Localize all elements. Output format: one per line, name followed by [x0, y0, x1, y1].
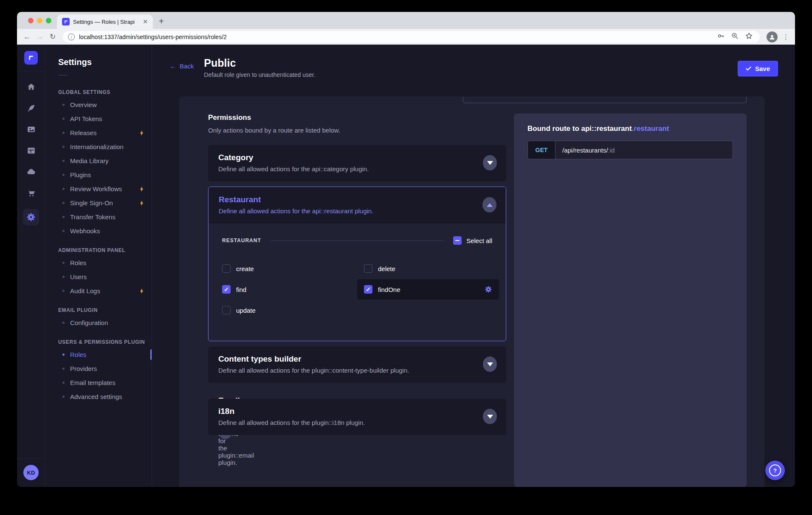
help-button[interactable]: ?: [765, 461, 785, 480]
create-checkbox[interactable]: [222, 264, 231, 273]
deploy-cloud-icon[interactable]: [26, 167, 36, 177]
settings-sidebar: Settings GLOBAL SETTINGSOverviewAPI Toke…: [45, 45, 152, 487]
password-key-icon[interactable]: [717, 32, 725, 42]
route-method-badge: GET: [528, 141, 555, 159]
accordion-email: EmailDefine all allowed actions for the …: [208, 388, 214, 393]
permission-row-delete[interactable]: delete: [357, 258, 499, 279]
bullet-icon: [62, 174, 65, 176]
bullet-icon: [62, 382, 65, 384]
sidebar-item-advanced-settings[interactable]: Advanced settings: [45, 390, 152, 404]
permission-row-find[interactable]: ✓find: [215, 279, 357, 300]
expand-chevron-button[interactable]: [483, 409, 497, 424]
permission-label: find: [236, 286, 246, 293]
sidebar-item-single-sign-on[interactable]: Single Sign-On: [45, 196, 152, 210]
save-button[interactable]: Save: [738, 61, 778, 76]
browser-profile-avatar[interactable]: [767, 31, 778, 42]
update-checkbox[interactable]: [222, 306, 231, 314]
browser-menu-icon[interactable]: ⋮: [783, 33, 789, 41]
accordion-header-content-types-builder[interactable]: Content types builderDefine all allowed …: [208, 346, 506, 383]
content-scroll-area[interactable]: Permissions Only actions bound by a rout…: [152, 96, 795, 487]
expand-chevron-button[interactable]: [483, 155, 497, 170]
new-tab-button[interactable]: +: [159, 17, 164, 26]
sidebar-item-roles[interactable]: Roles: [45, 348, 152, 362]
nav-item-label: Single Sign-On: [70, 199, 113, 207]
route-path: /api/restaurants/:id: [555, 141, 621, 159]
sidebar-item-plugins[interactable]: Plugins: [45, 168, 152, 182]
sidebar-item-releases[interactable]: Releases: [45, 126, 152, 140]
permission-label: findOne: [378, 286, 400, 293]
delete-checkbox[interactable]: [364, 264, 372, 273]
sidebar-item-transfer-tokens[interactable]: Transfer Tokens: [45, 210, 152, 224]
sidebar-item-users[interactable]: Users: [45, 270, 152, 284]
content-type-builder-icon[interactable]: [26, 145, 36, 156]
permission-row-create[interactable]: create: [215, 258, 357, 279]
accordion-subtitle: Define all allowed actions for the api::…: [219, 207, 373, 215]
accordion-title: i18n: [218, 407, 365, 416]
minimize-window-button[interactable]: [37, 18, 42, 23]
nav-item-label: Webhooks: [70, 227, 100, 235]
sidebar-item-internationalization[interactable]: Internationalization: [45, 140, 152, 154]
permission-row-update[interactable]: update: [215, 300, 357, 320]
close-window-button[interactable]: [28, 18, 34, 23]
strapi-logo[interactable]: [24, 51, 38, 65]
description-input-partial[interactable]: [463, 96, 747, 103]
permission-label: update: [236, 307, 256, 314]
back-nav-icon[interactable]: ←: [21, 31, 33, 43]
nav-item-label: Media Library: [70, 157, 109, 164]
user-avatar[interactable]: KD: [23, 465, 39, 480]
sidebar-item-configuration[interactable]: Configuration: [45, 316, 152, 330]
bullet-icon: [62, 132, 65, 134]
find-checkbox[interactable]: ✓: [222, 285, 231, 294]
home-icon[interactable]: [26, 82, 36, 92]
sidebar-item-email-templates[interactable]: Email templates: [45, 376, 152, 390]
accordion-header-restaurant[interactable]: RestaurantDefine all allowed actions for…: [209, 187, 506, 224]
permissions-panel: Permissions Only actions bound by a rout…: [208, 113, 506, 487]
back-arrow-icon: ←: [170, 62, 176, 70]
sidebar-item-webhooks[interactable]: Webhooks: [45, 224, 152, 238]
nav-item-label: Roles: [70, 351, 86, 358]
sidebar-item-overview[interactable]: Overview: [45, 98, 152, 112]
sidebar-item-roles[interactable]: Roles: [45, 256, 152, 270]
bullet-icon: [62, 160, 65, 162]
site-info-icon[interactable]: i: [68, 34, 75, 40]
sidebar-item-providers[interactable]: Providers: [45, 362, 152, 376]
browser-tab[interactable]: Settings — Roles | Strapi ✕: [57, 14, 153, 29]
forward-nav-icon[interactable]: →: [34, 31, 46, 43]
sidebar-item-api-tokens[interactable]: API Tokens: [45, 112, 152, 126]
nav-item-label: Configuration: [70, 319, 108, 326]
bookmark-star-icon[interactable]: [745, 32, 753, 42]
nav-item-label: Roles: [70, 259, 86, 266]
maximize-window-button[interactable]: [46, 18, 51, 23]
nav-item-label: Audit Logs: [70, 287, 100, 294]
permission-row-findone[interactable]: ✓findOne: [357, 279, 499, 300]
content-manager-feather-icon[interactable]: [26, 103, 36, 113]
permissions-title: Permissions: [208, 113, 506, 122]
tab-strip: Settings — Roles | Strapi ✕ +: [17, 12, 795, 29]
sidebar-title: Settings: [45, 57, 152, 67]
tab-close-icon[interactable]: ✕: [141, 18, 149, 25]
expand-chevron-button[interactable]: [483, 357, 497, 372]
page-header: ← Back Public Default role given to unau…: [152, 45, 795, 96]
accordion-title: Content types builder: [218, 354, 409, 364]
url-bar[interactable]: i localhost:1337/admin/settings/users-pe…: [63, 31, 760, 43]
sidebar-item-media-library[interactable]: Media Library: [45, 154, 152, 168]
nav-item-label: Plugins: [70, 171, 91, 178]
bullet-icon: [62, 104, 65, 106]
chevron-down-icon: [487, 415, 493, 419]
findOne-checkbox[interactable]: ✓: [364, 285, 372, 294]
media-library-icon[interactable]: [26, 124, 36, 134]
settings-gear-icon[interactable]: [23, 209, 39, 225]
back-link[interactable]: ← Back: [170, 62, 194, 70]
reload-icon[interactable]: ↻: [47, 31, 59, 43]
select-all-control[interactable]: Select all: [453, 236, 492, 245]
sidebar-item-review-workflows[interactable]: Review Workflows: [45, 182, 152, 196]
zoom-page-icon[interactable]: [731, 32, 739, 42]
collapse-chevron-button[interactable]: [482, 197, 496, 212]
accordion-header-i18n[interactable]: i18nDefine all allowed actions for the p…: [208, 399, 506, 435]
select-all-checkbox[interactable]: [453, 236, 462, 245]
accordion-header-category[interactable]: CategoryDefine all allowed actions for t…: [208, 145, 506, 181]
permission-settings-gear-icon[interactable]: [485, 286, 492, 293]
bullet-icon: [62, 118, 65, 120]
marketplace-cart-icon[interactable]: [26, 188, 36, 198]
sidebar-item-audit-logs[interactable]: Audit Logs: [45, 284, 152, 298]
